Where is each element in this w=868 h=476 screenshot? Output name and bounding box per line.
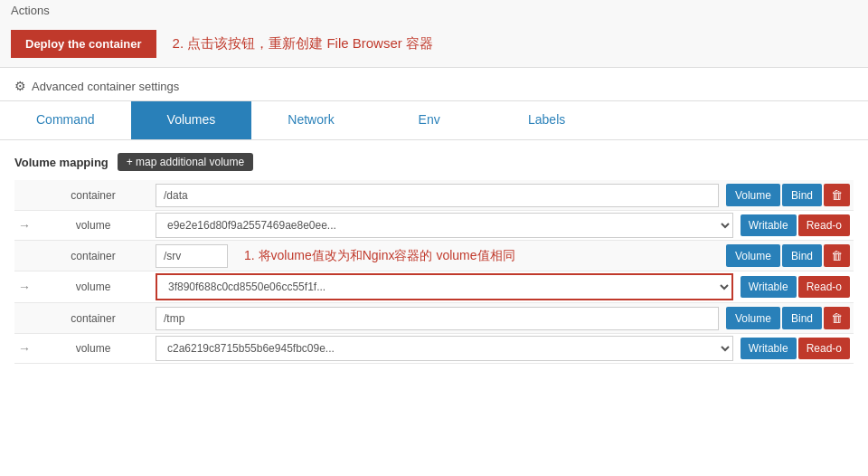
value-cell xyxy=(152,182,722,209)
readonly-button[interactable]: Read-o xyxy=(798,276,850,298)
annotation-text: 1. 将volume值改为和Nginx容器的 volume值相同 xyxy=(237,244,523,268)
value-cell: 1. 将volume值改为和Nginx容器的 volume值相同 xyxy=(152,243,722,270)
volume-select[interactable]: c2a6219c8715b55b6e945fbc09e... xyxy=(156,336,733,361)
deploy-row: Deploy the container 2. 点击该按钮，重新创建 File … xyxy=(11,23,857,63)
table-row: container 1. 将volume值改为和Nginx容器的 volume值… xyxy=(14,241,854,271)
map-additional-button[interactable]: + map additional volume xyxy=(118,153,253,171)
value-cell: 3f890f688c0cd8550e06cc55f1f... xyxy=(152,271,737,302)
type-label: volume xyxy=(34,337,152,360)
writable-button[interactable]: Writable xyxy=(741,338,797,359)
action-cell: Writable Read-o xyxy=(737,211,854,240)
tab-volumes[interactable]: Volumes xyxy=(131,101,252,139)
type-label: volume xyxy=(34,214,152,237)
volume-button[interactable]: Volume xyxy=(726,307,780,329)
volume-header: Volume mapping + map additional volume xyxy=(14,153,854,171)
container-path-input[interactable] xyxy=(156,307,719,330)
container-path-input[interactable] xyxy=(156,184,719,207)
deploy-hint: 2. 点击该按钮，重新创建 File Browser 容器 xyxy=(173,35,433,52)
value-cell xyxy=(152,305,722,332)
actions-label: Actions xyxy=(11,4,857,17)
volume-select-highlighted[interactable]: 3f890f688c0cd8550e06cc55f1f... xyxy=(156,273,733,300)
type-label: volume xyxy=(34,275,152,299)
arrow-icon: → xyxy=(14,341,34,356)
bind-button[interactable]: Bind xyxy=(782,184,822,206)
advanced-section: ⚙ Advanced container settings xyxy=(0,68,868,101)
action-cell: Writable Read-o xyxy=(737,272,854,301)
arrow-icon: → xyxy=(14,218,34,233)
tab-command[interactable]: Command xyxy=(0,101,131,139)
delete-button[interactable]: 🗑 xyxy=(824,307,850,329)
volume-select[interactable]: e9e2e16d80f9a2557469ae8e0ee... xyxy=(156,213,733,238)
advanced-title-text: Advanced container settings xyxy=(32,80,179,93)
deploy-button[interactable]: Deploy the container xyxy=(11,30,156,58)
delete-button[interactable]: 🗑 xyxy=(824,184,850,206)
arrow-icon: → xyxy=(14,280,34,294)
volume-section: Volume mapping + map additional volume c… xyxy=(0,140,868,376)
action-cell: Writable Read-o xyxy=(737,334,854,363)
table-row: → volume e9e2e16d80f9a2557469ae8e0ee... … xyxy=(14,211,854,241)
gear-icon: ⚙ xyxy=(14,79,26,93)
readonly-button[interactable]: Read-o xyxy=(798,214,850,236)
actions-bar: Actions Deploy the container 2. 点击该按钮，重新… xyxy=(0,0,868,68)
action-cell: Volume Bind 🗑 xyxy=(722,303,854,333)
table-row: container Volume Bind 🗑 xyxy=(14,303,854,334)
type-label: container xyxy=(34,307,152,330)
writable-button[interactable]: Writable xyxy=(741,214,797,236)
table-row: container Volume Bind 🗑 xyxy=(14,180,854,211)
volume-header-label: Volume mapping xyxy=(14,156,108,169)
container-path-input[interactable] xyxy=(156,244,228,268)
advanced-title: ⚙ Advanced container settings xyxy=(14,79,854,93)
action-cell: Volume Bind 🗑 xyxy=(722,241,854,271)
tab-labels[interactable]: Labels xyxy=(488,101,606,139)
volume-button[interactable]: Volume xyxy=(726,244,780,267)
type-label: container xyxy=(34,184,152,207)
value-cell: e9e2e16d80f9a2557469ae8e0ee... xyxy=(152,211,737,240)
writable-button[interactable]: Writable xyxy=(741,276,797,298)
value-cell: c2a6219c8715b55b6e945fbc09e... xyxy=(152,334,737,363)
tab-network[interactable]: Network xyxy=(251,101,370,139)
tabs-row: Command Volumes Network Env Labels xyxy=(0,101,868,140)
bind-button[interactable]: Bind xyxy=(782,307,822,329)
delete-button[interactable]: 🗑 xyxy=(824,244,850,267)
tab-env[interactable]: Env xyxy=(371,101,488,139)
table-row: → volume c2a6219c8715b55b6e945fbc09e... … xyxy=(14,334,854,364)
type-label: container xyxy=(34,244,152,268)
bind-button[interactable]: Bind xyxy=(782,244,822,267)
action-cell: Volume Bind 🗑 xyxy=(722,180,854,210)
readonly-button[interactable]: Read-o xyxy=(798,338,850,359)
table-row: → volume 3f890f688c0cd8550e06cc55f1f... … xyxy=(14,271,854,303)
volume-button[interactable]: Volume xyxy=(726,184,780,206)
